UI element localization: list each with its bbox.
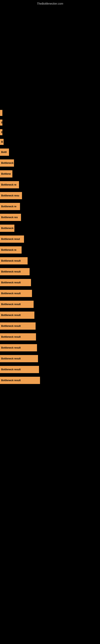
- result-bar-14: Bottleneck re: [0, 246, 22, 254]
- result-item: Bottlene: [0, 170, 100, 178]
- result-bar-9: Bottleneck resu: [0, 192, 22, 199]
- result-item: [0, 110, 100, 116]
- result-item: Bottleneck result: [0, 301, 100, 308]
- result-bar-8: Bottleneck re: [0, 181, 19, 188]
- result-item: Bottleneck res: [0, 214, 100, 221]
- chart-area: [0, 6, 100, 107]
- site-title-bar: TheBottlenecker.com: [0, 0, 100, 6]
- result-bar-1: [0, 110, 2, 116]
- result-item: Bottleneck: [0, 160, 100, 167]
- result-bar-19: Bottleneck result: [0, 301, 34, 308]
- result-bar-22: Bottleneck result: [0, 333, 36, 340]
- result-item: Bottleneck result: [0, 268, 100, 275]
- result-bar-20: Bottleneck result: [0, 312, 34, 319]
- result-bar-25: Bottleneck result: [0, 366, 39, 373]
- result-bar-24: Bottleneck result: [0, 355, 38, 362]
- result-bar-18: Bottleneck result: [0, 290, 32, 297]
- result-item: Bottl: [0, 148, 100, 156]
- result-bar-6: Bottleneck: [0, 160, 14, 167]
- result-bar-7: Bottlene: [0, 170, 12, 178]
- result-item: Bottleneck result: [0, 322, 100, 330]
- result-item: Bottleneck result: [0, 257, 100, 264]
- site-title-text: TheBottlenecker.com: [37, 2, 63, 5]
- page-wrapper: TheBottlenecker.com BBBBottlBottleneckBo…: [0, 0, 100, 388]
- result-item: Bottleneck result: [0, 344, 100, 352]
- result-item: B: [0, 139, 100, 145]
- result-bar-15: Bottleneck result: [0, 257, 28, 264]
- result-item: Bottleneck re: [0, 181, 100, 188]
- result-item: Bottleneck resul: [0, 236, 100, 243]
- result-item: B: [0, 129, 100, 135]
- result-bar-10: Bottleneck re: [0, 203, 20, 210]
- result-bar-12: Bottleneck: [0, 224, 14, 232]
- result-bar-23: Bottleneck result: [0, 344, 37, 352]
- results-container: BBBBottlBottleneckBottleneBottleneck reB…: [0, 107, 100, 388]
- result-bar-3: B: [0, 129, 2, 135]
- result-item: Bottleneck resu: [0, 192, 100, 199]
- result-item: Bottleneck re: [0, 246, 100, 254]
- result-item: Bottleneck: [0, 224, 100, 232]
- result-bar-21: Bottleneck result: [0, 322, 36, 330]
- result-bar-13: Bottleneck resul: [0, 236, 24, 243]
- result-bar-5: Bottl: [0, 148, 9, 156]
- result-item: B: [0, 120, 100, 126]
- result-bar-16: Bottleneck result: [0, 268, 30, 275]
- result-bar-17: Bottleneck result: [0, 279, 31, 286]
- result-item: Bottleneck result: [0, 333, 100, 340]
- result-item: Bottleneck result: [0, 312, 100, 319]
- result-bar-11: Bottleneck res: [0, 214, 21, 221]
- result-bar-2: B: [0, 120, 2, 126]
- result-bar-26: Bottleneck result: [0, 377, 40, 384]
- result-item: Bottleneck result: [0, 290, 100, 297]
- result-item: Bottleneck result: [0, 366, 100, 373]
- result-item: Bottleneck result: [0, 377, 100, 384]
- result-item: Bottleneck re: [0, 203, 100, 210]
- result-item: Bottleneck result: [0, 279, 100, 286]
- result-bar-4: B: [0, 139, 3, 145]
- result-item: Bottleneck result: [0, 355, 100, 362]
